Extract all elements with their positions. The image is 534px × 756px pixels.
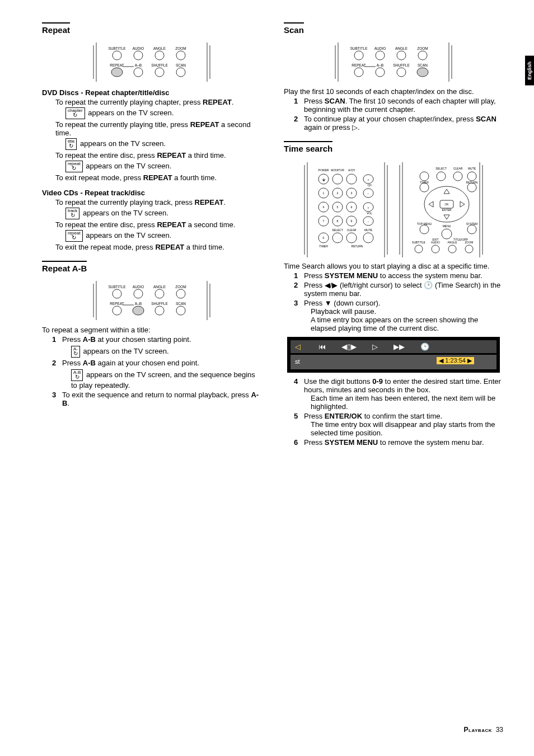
svg-point-58	[354, 68, 363, 77]
svg-point-130	[465, 245, 473, 253]
svg-text:MUTE: MUTE	[364, 228, 373, 232]
svg-text:REPEAT: REPEAT	[352, 63, 366, 67]
svg-text:ANGLE: ANGLE	[395, 46, 408, 50]
dvd-l7: To exit repeat mode, press REPEAT a four…	[55, 173, 261, 182]
osd-icon-time: 🕑	[420, 342, 429, 351]
disc-repeat-icon: repeat↻	[65, 161, 83, 172]
svg-point-61	[417, 68, 428, 77]
svg-text:ZOOM: ZOOM	[175, 285, 186, 289]
vcd-repeat-heading: Video CDs - Repeat track/disc	[42, 189, 261, 197]
svg-text:1: 1	[323, 191, 325, 195]
svg-text:−: −	[368, 220, 369, 223]
svg-text:ZOOM: ZOOM	[465, 241, 474, 244]
vcd-icon-track-line: track↻ appears on the TV screen.	[65, 208, 261, 219]
scan-intro: Play the first 10 seconds of each chapte…	[284, 87, 503, 96]
svg-text:3: 3	[351, 191, 353, 195]
ab-intro: To repeat a segment within a title:	[42, 326, 261, 334]
time-step-5: 5 Press ENTER/OK to confirm the start ti…	[294, 412, 503, 437]
svg-point-68	[332, 174, 343, 184]
svg-point-125	[467, 225, 476, 234]
language-tab: English	[525, 56, 534, 86]
remote-strip-scan: SUBTITLEAUDIOANGLEZOOM REPEATA–BSHUFFLES…	[332, 43, 455, 82]
svg-text:SCAN: SCAN	[176, 302, 186, 306]
dvd-icon-chapter-line: chapter↻ appears on the TV screen.	[65, 107, 261, 119]
svg-point-16	[111, 68, 123, 77]
svg-point-86	[363, 233, 373, 243]
scan-heading: Scan	[284, 22, 304, 35]
time-step-1: 1 Press SYSTEM MENU to access the system…	[294, 271, 503, 280]
svg-text:SUBTITLE: SUBTITLE	[108, 46, 126, 50]
svg-point-57	[418, 51, 427, 60]
svg-text:CH: CH	[367, 184, 372, 187]
svg-text:ENTER: ENTER	[442, 208, 452, 212]
svg-point-129	[448, 245, 456, 253]
disc-repeat-icon-2: repeat↻	[65, 230, 83, 242]
svg-point-19	[176, 68, 185, 77]
svg-text:MONITOR: MONITOR	[331, 168, 344, 172]
page-footer: Playback 33	[464, 726, 503, 734]
scan-step-1: 1 Press SCAN. The first 10 seconds of ea…	[294, 97, 503, 114]
svg-text:⏻: ⏻	[322, 178, 325, 181]
svg-text:2: 2	[337, 191, 339, 195]
svg-text:AUDIO: AUDIO	[374, 46, 386, 50]
svg-text:POWER: POWER	[318, 168, 329, 172]
svg-text:SCAN: SCAN	[418, 63, 428, 67]
svg-text:AUDIO: AUDIO	[431, 241, 440, 244]
svg-text:TIMER: TIMER	[420, 181, 429, 184]
svg-text:SHUFFLE: SHUFFLE	[151, 63, 168, 67]
remote-nav-diagram: SELECTCLEARMUTE TIMERRETURN OKENTER TOP …	[396, 162, 486, 257]
svg-text:A–B: A–B	[135, 302, 142, 306]
osd-time-entry: ◁ ⏮ ◀▯▶ ▷ ▶▶ 🕑 st ◀ 1:23:54 ▶	[287, 337, 500, 373]
dvd-repeat-heading: DVD Discs - Repeat chapter/title/disc	[42, 88, 261, 97]
svg-text:−: −	[368, 192, 369, 195]
svg-point-39	[155, 306, 164, 315]
osd-left-arrow-icon: ◁	[295, 342, 301, 351]
svg-text:SUBTITLE: SUBTITLE	[108, 285, 126, 289]
svg-text:A/CH: A/CH	[348, 168, 355, 172]
svg-point-59	[376, 68, 385, 77]
right-column: Scan SUBTITLEAUDIOANGLEZOOM REPEATA–BSHU…	[284, 22, 503, 448]
svg-point-40	[176, 306, 185, 315]
dvd-l5: To repeat the entire disc, press REPEAT …	[55, 151, 261, 159]
svg-text:8: 8	[337, 219, 339, 223]
time-search-heading: Time search	[284, 141, 332, 153]
title-repeat-icon: title↻	[65, 138, 77, 150]
svg-point-34	[134, 289, 143, 298]
svg-point-69	[346, 174, 357, 184]
svg-point-126	[442, 229, 452, 239]
svg-text:TOP MENU: TOP MENU	[417, 222, 432, 226]
svg-text:9: 9	[351, 219, 353, 223]
svg-text:ZOOM: ZOOM	[175, 46, 186, 50]
svg-text:VOL: VOL	[367, 212, 372, 215]
svg-point-17	[134, 68, 143, 77]
svg-text:SCAN: SCAN	[176, 63, 186, 67]
svg-point-36	[176, 289, 185, 298]
dvd-icon-title-line: title↻ appears on the TV screen.	[65, 138, 261, 150]
dvd-l1: To repeat the currently playing chapter,…	[55, 98, 261, 106]
svg-text:AUDIO: AUDIO	[133, 46, 144, 50]
time-step-6: 6 Press SYSTEM MENU to remove the system…	[294, 438, 503, 447]
svg-point-119	[467, 172, 476, 181]
svg-text:SYSTEM: SYSTEM	[466, 222, 478, 226]
dvd-l3: To repeat the currently playing title, p…	[55, 120, 261, 137]
svg-point-56	[397, 51, 406, 60]
repeat-ab-heading: Repeat A-B	[42, 261, 87, 273]
vcd-l3: To repeat the entire disc, press REPEAT …	[55, 220, 261, 229]
svg-text:RETURN: RETURN	[352, 245, 363, 248]
svg-point-84	[332, 233, 343, 243]
svg-point-38	[133, 306, 144, 315]
scan-step-2: 2 To continue play at your chosen chapte…	[294, 115, 503, 132]
svg-text:RETURN: RETURN	[466, 181, 478, 184]
svg-point-18	[155, 68, 164, 77]
svg-text:0: 0	[323, 236, 325, 240]
vcd-icon-repeat-line: repeat↻ appears on the TV screen.	[65, 230, 261, 242]
svg-point-85	[346, 233, 357, 243]
svg-text:A–B: A–B	[135, 63, 142, 67]
chapter-repeat-icon: chapter↻	[65, 107, 85, 119]
vcd-l5: To exit the repeat mode, press REPEAT a …	[55, 243, 261, 251]
svg-text:SUBTITLE: SUBTITLE	[350, 46, 368, 50]
svg-point-118	[453, 172, 462, 181]
svg-text:ANGLE: ANGLE	[153, 46, 166, 50]
ab-step-3: 3 To exit the sequence and return to nor…	[52, 391, 261, 407]
svg-text:CLEAR: CLEAR	[453, 167, 463, 170]
